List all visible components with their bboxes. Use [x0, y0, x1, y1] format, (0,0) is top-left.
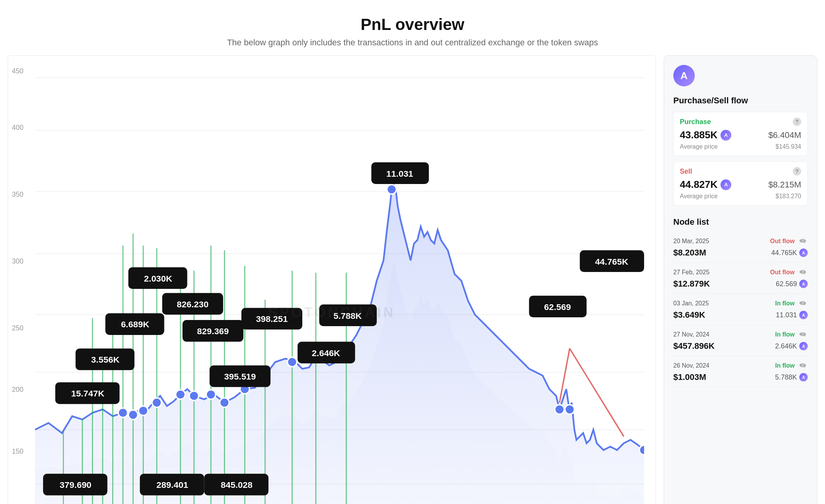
svg-text:826.230: 826.230	[177, 299, 209, 309]
svg-text:2.646K: 2.646K	[312, 348, 340, 358]
sell-amount-left: 44.827K A	[680, 179, 731, 191]
node-token-amount: 2.646K A	[775, 342, 808, 350]
purchase-help-icon[interactable]: ?	[793, 118, 801, 126]
svg-point-34	[220, 398, 229, 408]
page-header: PnL overview The below graph only includ…	[0, 0, 825, 55]
svg-text:44.765K: 44.765K	[595, 257, 628, 267]
node-date: 03 Jan, 2025	[673, 300, 709, 307]
svg-text:62.569: 62.569	[544, 302, 571, 312]
svg-text:398.251: 398.251	[256, 314, 288, 324]
sidebar: A Purchase/Sell flow Purchase ? 43.885K …	[664, 55, 817, 504]
node-value: $8.203M	[673, 248, 706, 258]
svg-point-29	[139, 406, 148, 416]
svg-text:6.689K: 6.689K	[121, 320, 149, 330]
purchase-avg-row: Average price $145.934	[680, 143, 801, 150]
sell-avg-price: $183.270	[775, 193, 801, 200]
purchase-main-row: 43.885K A $6.404M	[680, 129, 801, 141]
node-item-body: $1.003M 5.788K A	[673, 372, 808, 382]
node-list: 20 Mar, 2025 Out flow $8.203M 44.765K A	[673, 232, 808, 504]
purchase-amount: 43.885K	[680, 129, 717, 141]
node-item-body: $8.203M 44.765K A	[673, 248, 808, 258]
svg-text:3.556K: 3.556K	[91, 355, 119, 365]
svg-point-30	[152, 398, 162, 408]
eye-icon[interactable]	[798, 361, 808, 371]
eye-icon[interactable]	[798, 330, 808, 340]
sell-usd: $8.215M	[768, 180, 801, 190]
svg-text:395.519: 395.519	[224, 371, 256, 381]
y-label-350: 350	[12, 191, 23, 199]
svg-line-44	[570, 348, 624, 436]
svg-point-32	[189, 391, 199, 401]
svg-point-27	[118, 408, 128, 418]
eye-icon[interactable]	[798, 267, 808, 277]
purchase-card-header: Purchase ?	[680, 118, 801, 126]
svg-point-37	[287, 357, 297, 367]
node-item: 27 Nov, 2024 In flow $457.896K 2.646K A	[673, 325, 808, 356]
svg-point-43	[639, 445, 644, 455]
node-token-qty: 11.031	[776, 311, 797, 319]
purchase-avg-price: $145.934	[775, 143, 801, 150]
page-title: PnL overview	[0, 15, 825, 34]
chart-area: SPOTONCHAIN 450 400 350 300 250 200 150 …	[8, 55, 656, 504]
eye-icon[interactable]	[798, 298, 808, 308]
purchase-amount-left: 43.885K A	[680, 129, 731, 141]
main-content: SPOTONCHAIN 450 400 350 300 250 200 150 …	[0, 55, 825, 504]
node-item: 20 Mar, 2025 Out flow $8.203M 44.765K A	[673, 232, 808, 263]
node-token-icon: A	[799, 373, 808, 381]
node-date: 27 Nov, 2024	[673, 331, 709, 338]
sell-token-icon: A	[721, 179, 731, 190]
node-token-icon: A	[799, 249, 808, 257]
purchase-token-icon: A	[721, 130, 731, 141]
eye-icon[interactable]	[798, 236, 808, 246]
svg-point-40	[387, 185, 396, 194]
y-label-200: 200	[12, 386, 23, 394]
svg-text:11.031: 11.031	[386, 169, 413, 179]
svg-point-41	[555, 405, 564, 414]
svg-text:15.747K: 15.747K	[71, 388, 104, 398]
node-item: 03 Jan, 2025 In flow $3.649K 11.031 A	[673, 294, 808, 325]
avatar: A	[673, 65, 695, 86]
node-token-icon: A	[799, 342, 808, 350]
svg-point-31	[176, 390, 186, 400]
page-container: PnL overview The below graph only includ…	[0, 0, 825, 504]
node-token-qty: 62.569	[776, 280, 797, 288]
node-token-amount: 44.765K A	[771, 249, 808, 257]
sell-main-row: 44.827K A $8.215M	[680, 179, 801, 191]
svg-text:5.788K: 5.788K	[333, 311, 362, 321]
purchase-label: Purchase	[680, 118, 711, 126]
node-flow-type: In flow	[775, 362, 795, 369]
purchase-avg-label: Average price	[680, 143, 717, 150]
sell-avg-row: Average price $183.270	[680, 193, 801, 200]
node-item-body: $457.896K 2.646K A	[673, 341, 808, 351]
y-label-400: 400	[12, 124, 23, 132]
node-value: $12.879K	[673, 279, 710, 289]
node-value: $3.649K	[673, 310, 705, 320]
sell-label: Sell	[680, 167, 692, 176]
purchase-usd: $6.404M	[768, 130, 801, 140]
sell-card-header: Sell ?	[680, 167, 801, 176]
node-token-amount: 5.788K A	[775, 373, 808, 381]
svg-text:845.028: 845.028	[221, 480, 253, 490]
y-label-250: 250	[12, 324, 23, 332]
node-flow-type: In flow	[775, 300, 795, 307]
svg-text:829.369: 829.369	[197, 326, 229, 336]
node-item-header: 27 Nov, 2024 In flow	[673, 330, 808, 340]
node-token-amount: 62.569 A	[776, 280, 808, 288]
svg-point-42	[565, 405, 575, 414]
node-item-header: 03 Jan, 2025 In flow	[673, 298, 808, 308]
sell-help-icon[interactable]: ?	[793, 167, 801, 176]
svg-point-28	[128, 410, 138, 419]
node-list-title: Node list	[673, 217, 808, 227]
sell-avg-label: Average price	[680, 193, 717, 200]
node-token-qty: 44.765K	[771, 249, 797, 257]
node-item: 26 Nov, 2024 In flow $1.003M 5.788K A	[673, 356, 808, 387]
chart-svg: 379.690 289.401 845.028 15.747K 3.556K 6…	[35, 63, 644, 504]
y-label-150: 150	[12, 447, 23, 455]
purchase-sell-flow-title: Purchase/Sell flow	[673, 96, 808, 106]
node-flow-type: Out flow	[770, 269, 795, 276]
y-label-450: 450	[12, 67, 23, 75]
node-flow-type: In flow	[775, 331, 795, 338]
node-token-icon: A	[799, 280, 808, 288]
node-date: 20 Mar, 2025	[673, 238, 709, 245]
svg-text:289.401: 289.401	[156, 480, 188, 490]
